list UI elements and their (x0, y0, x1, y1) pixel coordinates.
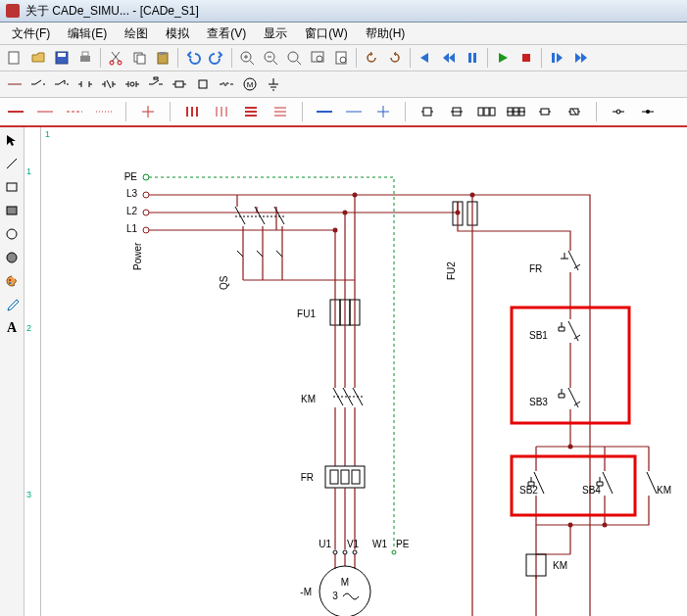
undo-icon[interactable] (182, 47, 204, 69)
svg-rect-64 (330, 470, 338, 484)
zoom-out-icon[interactable] (260, 47, 281, 69)
save-icon[interactable] (51, 47, 73, 69)
tool-dropper-icon[interactable] (3, 296, 21, 313)
canvas-area[interactable]: 1 PE L3 L2 L1 Power (41, 127, 687, 616)
sym-line-red-icon[interactable] (6, 102, 25, 121)
sym-term1-icon[interactable] (609, 102, 628, 121)
label-sb1: SB1 (529, 330, 548, 341)
open-icon[interactable] (27, 47, 49, 69)
tool-circle-fill-icon[interactable] (3, 249, 21, 266)
tool-rect-fill-icon[interactable] (3, 202, 21, 219)
tool-line-icon[interactable] (3, 155, 21, 172)
menu-help[interactable]: 帮助(H) (358, 23, 414, 44)
zoom-window-icon[interactable] (307, 47, 328, 69)
menu-sim[interactable]: 模拟 (158, 23, 197, 44)
svg-point-73 (470, 193, 475, 198)
paste-icon[interactable] (152, 47, 173, 69)
label-l1: L1 (126, 223, 138, 234)
zoom-fit-icon[interactable] (283, 47, 305, 69)
left-toolbox: A (0, 127, 25, 616)
rotate-right-icon[interactable] (384, 47, 406, 69)
sym-coil2-icon[interactable] (564, 102, 584, 121)
svg-point-53 (143, 174, 149, 180)
menu-view[interactable]: 查看(V) (199, 23, 254, 44)
component-sb1: SB1 (529, 321, 580, 341)
ruler-v-tick: 2 (26, 323, 31, 333)
cut-icon[interactable] (105, 47, 126, 69)
sym-coil1-icon[interactable] (535, 102, 555, 121)
sym-line-dot-icon[interactable] (94, 102, 114, 121)
menu-draw[interactable]: 绘图 (117, 23, 156, 44)
rotate-left-icon[interactable] (361, 47, 382, 69)
comp-contact3-icon[interactable] (122, 73, 143, 95)
sym-bars3-thin-icon[interactable] (212, 102, 231, 121)
tool-text-icon[interactable]: A (3, 319, 21, 337)
comp-contact2-icon[interactable] (98, 73, 120, 95)
label-m: M (341, 577, 349, 588)
sym-fuse1-icon[interactable] (417, 102, 437, 121)
svg-point-13 (288, 52, 298, 62)
svg-point-15 (317, 56, 322, 62)
sym-fuse3-icon[interactable] (476, 102, 496, 121)
comp-fuse-icon[interactable] (169, 73, 190, 95)
sym-term2-icon[interactable] (638, 102, 658, 121)
menu-file[interactable]: 文件(F) (4, 23, 58, 44)
sim-run-icon[interactable] (492, 47, 514, 69)
comp-wire-icon[interactable] (4, 73, 25, 95)
sym-menu-red-icon[interactable] (241, 102, 261, 121)
svg-rect-10 (160, 52, 166, 55)
new-icon[interactable] (4, 47, 25, 69)
comp-pushbutton-icon[interactable] (145, 73, 167, 95)
sim-next-icon[interactable] (569, 47, 591, 69)
svg-rect-19 (473, 53, 476, 63)
tool-pointer-icon[interactable] (3, 131, 21, 149)
comp-ground-icon[interactable] (263, 73, 284, 95)
menu-edit[interactable]: 编辑(E) (60, 23, 115, 44)
label-fu1: FU1 (297, 308, 316, 319)
label-qs: QS (219, 275, 229, 290)
menu-window[interactable]: 窗口(W) (297, 23, 355, 44)
label-km: KM (301, 394, 316, 404)
copy-icon[interactable] (128, 47, 150, 69)
tool-rect-icon[interactable] (3, 178, 21, 196)
component-fr-main: FR (301, 466, 365, 488)
sim-step-back-icon[interactable] (438, 47, 460, 69)
zoom-in-icon[interactable] (236, 47, 258, 69)
workspace: A 1 2 3 1 PE L3 L2 L1 Power (0, 127, 687, 616)
sym-fuse2-icon[interactable] (447, 102, 466, 121)
sym-bars3-red-icon[interactable] (182, 102, 202, 121)
tool-circle-icon[interactable] (3, 225, 21, 243)
label-v1: V1 (347, 539, 360, 549)
ruler-v-tick: 1 (26, 166, 31, 176)
sym-fuse4-icon[interactable] (506, 102, 525, 121)
label-fr: FR (301, 472, 314, 483)
sim-stop-icon[interactable] (515, 47, 537, 69)
tool-palette-icon[interactable] (3, 272, 21, 290)
sym-line-blue-thin-icon[interactable] (344, 102, 364, 121)
comp-relay-icon[interactable] (192, 73, 214, 95)
svg-rect-48 (7, 207, 17, 214)
comp-coil-icon[interactable] (216, 73, 237, 95)
comp-contact-icon[interactable] (74, 73, 96, 95)
svg-rect-21 (552, 53, 555, 63)
drawing-canvas[interactable]: PE L3 L2 L1 Power (41, 143, 687, 616)
print-icon[interactable] (74, 47, 96, 69)
redo-icon[interactable] (206, 47, 227, 69)
sym-cross-blue-icon[interactable] (373, 102, 393, 121)
sym-line-dashed-icon[interactable] (65, 102, 84, 121)
comp-motor-icon[interactable]: M (239, 73, 261, 95)
sim-step-icon[interactable] (546, 47, 567, 69)
label-mneg: -M (300, 587, 312, 597)
sym-line-blue-icon[interactable] (315, 102, 334, 121)
sym-line-thin-icon[interactable] (35, 102, 55, 121)
title-bar: 关于 CADe_SIMU... - [CADe_S1] (0, 0, 687, 23)
sym-cross-red-icon[interactable] (138, 102, 158, 121)
label-km2: KM (657, 485, 671, 496)
comp-switch-no-icon[interactable] (27, 73, 49, 95)
zoom-page-icon[interactable] (330, 47, 352, 69)
comp-switch-nc-icon[interactable] (51, 73, 73, 95)
sim-pause-icon[interactable] (462, 47, 483, 69)
sim-prev-icon[interactable] (415, 47, 436, 69)
menu-display[interactable]: 显示 (256, 23, 295, 44)
sym-menu-thin-icon[interactable] (270, 102, 290, 121)
